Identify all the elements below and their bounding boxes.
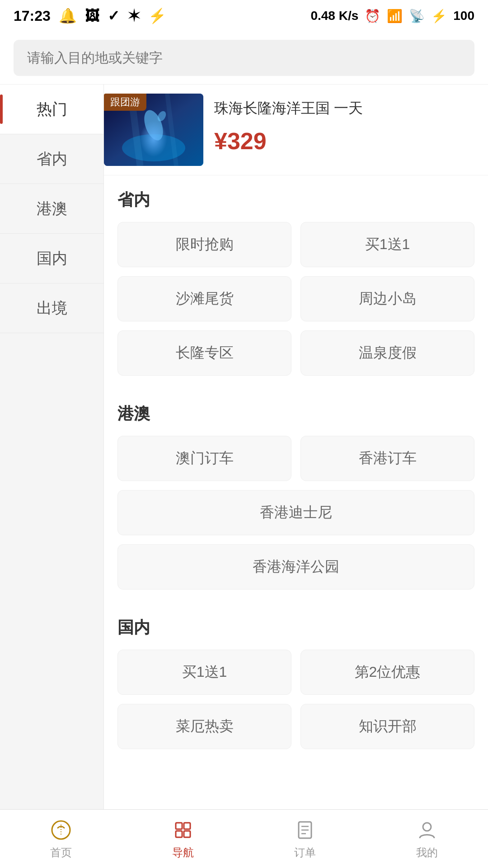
wifi-icon: 📶 [387,9,403,24]
status-right: 0.48 K/s ⏰ 📶 📡 ⚡ 100 [310,9,474,24]
orders-icon [293,818,317,842]
sidebar-item-hot[interactable]: 热门 [0,85,103,134]
svg-rect-8 [176,823,182,829]
notification-icon: 🔔 [59,7,77,24]
gangao-row-1: 澳门订车 香港订车 [117,436,474,481]
sidebar-label-domestic: 国内 [37,248,67,269]
nav-label-orders: 订单 [294,845,316,860]
section-title-domestic: 国内 [117,617,474,639]
main-layout: 热门 省内 港澳 国内 出境 [0,85,488,810]
status-left: 17:23 🔔 🖼 ✓ ✶ ⚡ [14,7,166,24]
nav-item-navigation[interactable]: 导航 [122,810,244,868]
home-icon [49,818,73,842]
sidebar-label-hot: 热门 [37,99,67,120]
battery: 100 [453,9,474,23]
search-bar [0,32,488,85]
sidebar-label-provincial: 省内 [37,149,67,170]
content-area: 跟团游 珠海长隆海洋王国 一天 ¥329 省内 限时抢购 买1送1 沙滩尾货 [104,85,488,810]
image-icon: 🖼 [85,8,99,24]
btn-zhishi[interactable]: 知识开部 [300,704,474,749]
sidebar-item-domestic[interactable]: 国内 [0,234,103,283]
svg-rect-9 [184,823,190,829]
sidebar-item-outbound[interactable]: 出境 [0,283,103,333]
person-icon: ✶ [128,7,140,24]
usb-icon: ⚡ [148,7,166,24]
btn-hk-oceanpark[interactable]: 香港海洋公园 [117,544,474,590]
bottom-nav: 首页 导航 订单 [0,809,488,868]
provincial-row-3: 长隆专区 温泉度假 [117,330,474,376]
section-title-provincial: 省内 [117,189,474,211]
nav-item-orders[interactable]: 订单 [244,810,366,868]
svg-rect-11 [184,831,190,837]
domestic-row-1: 买1送1 第2位优惠 [117,650,474,695]
nav-item-home[interactable]: 首页 [0,810,122,868]
btn-mai1song1-domestic[interactable]: 买1送1 [117,650,291,695]
sidebar: 热门 省内 港澳 国内 出境 [0,85,104,810]
sidebar-label-gangao: 港澳 [37,198,67,219]
gangao-row-3: 香港海洋公园 [117,544,474,590]
nav-label-navigation: 导航 [172,845,194,860]
btn-changlong[interactable]: 长隆专区 [117,330,291,376]
btn-caijue[interactable]: 菜厄热卖 [117,704,291,749]
sidebar-item-provincial[interactable]: 省内 [0,134,103,184]
alarm-icon: ⏰ [365,9,380,24]
status-bar: 17:23 🔔 🖼 ✓ ✶ ⚡ 0.48 K/s ⏰ 📶 📡 ⚡ 100 [0,0,488,32]
btn-hk-car[interactable]: 香港订车 [300,436,474,481]
featured-card[interactable]: 跟团游 珠海长隆海洋王国 一天 ¥329 [104,85,488,175]
network-speed: 0.48 K/s [310,9,358,23]
navigation-icon [171,818,195,842]
search-input[interactable] [14,40,474,76]
sidebar-item-gangao[interactable]: 港澳 [0,184,103,234]
nav-label-mine: 我的 [416,845,438,860]
btn-di2wei[interactable]: 第2位优惠 [300,650,474,695]
section-gangao: 港澳 澳门订车 香港订车 香港迪士尼 香港海洋公园 [104,389,488,603]
featured-image-wrap: 跟团游 [104,94,203,166]
btn-zhoubian[interactable]: 周边小岛 [300,276,474,321]
status-time: 17:23 [14,8,51,24]
domestic-row-2: 菜厄热卖 知识开部 [117,704,474,749]
btn-mai1song1-provincial[interactable]: 买1送1 [300,222,474,267]
check-icon: ✓ [108,7,120,24]
featured-title: 珠海长隆海洋王国 一天 [214,98,474,118]
featured-info: 珠海长隆海洋王国 一天 ¥329 [214,94,474,155]
nav-label-home: 首页 [50,845,72,860]
btn-macau-car[interactable]: 澳门订车 [117,436,291,481]
svg-rect-10 [176,831,182,837]
section-title-gangao: 港澳 [117,403,474,425]
btn-shatan[interactable]: 沙滩尾货 [117,276,291,321]
btn-wenquan[interactable]: 温泉度假 [300,330,474,376]
section-provincial: 省内 限时抢购 买1送1 沙滩尾货 周边小岛 长隆专区 [104,175,488,389]
provincial-row-2: 沙滩尾货 周边小岛 [117,276,474,321]
signal-icon: 📡 [409,9,425,24]
btn-hk-disneyland[interactable]: 香港迪士尼 [117,490,474,535]
nav-item-mine[interactable]: 我的 [366,810,488,868]
provincial-row-1: 限时抢购 买1送1 [117,222,474,267]
mine-icon [415,818,439,842]
sidebar-label-outbound: 出境 [37,298,67,319]
section-domestic: 国内 买1送1 第2位优惠 菜厄热卖 知识开部 [104,603,488,763]
charging-icon: ⚡ [431,9,447,24]
featured-tag: 跟团游 [104,94,146,111]
featured-price: ¥329 [214,127,474,155]
svg-point-16 [423,823,431,831]
gangao-row-2: 香港迪士尼 [117,490,474,535]
btn-xiansiqiangou[interactable]: 限时抢购 [117,222,291,267]
